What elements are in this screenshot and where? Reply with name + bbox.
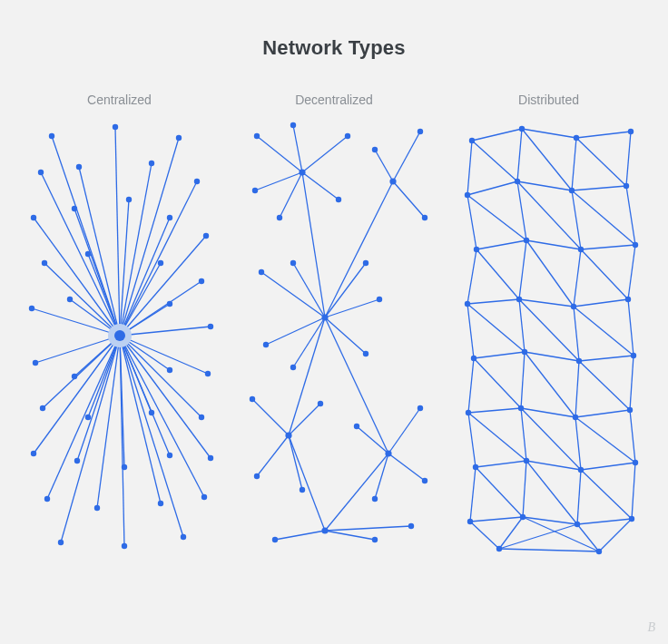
node <box>372 147 378 152</box>
edge <box>275 531 325 540</box>
edge <box>470 467 476 522</box>
node <box>473 247 478 252</box>
label-decentralized: Decentralized <box>239 93 429 107</box>
node <box>575 358 581 364</box>
node <box>372 537 378 542</box>
node <box>577 467 583 473</box>
edge <box>34 218 120 336</box>
node <box>418 405 423 411</box>
edge <box>388 454 425 481</box>
edge <box>468 408 521 413</box>
node <box>93 505 99 511</box>
node <box>263 342 269 347</box>
edge <box>574 307 579 361</box>
node <box>71 374 76 379</box>
edge <box>325 454 388 531</box>
edge <box>325 263 366 317</box>
edge <box>357 426 388 454</box>
edge <box>261 272 325 317</box>
edge <box>325 317 388 454</box>
node <box>568 188 574 193</box>
edge <box>526 461 577 524</box>
node <box>519 514 525 520</box>
edge <box>521 408 581 470</box>
node <box>408 523 414 529</box>
node <box>572 415 577 420</box>
edge <box>32 308 120 336</box>
edge <box>468 413 526 461</box>
edge <box>44 263 120 336</box>
edge <box>289 435 325 531</box>
edge <box>519 299 525 352</box>
edge <box>325 531 375 540</box>
node <box>626 407 632 413</box>
edge <box>575 410 630 417</box>
edge <box>257 136 302 172</box>
edge <box>467 304 474 358</box>
node <box>624 297 630 302</box>
node <box>521 349 526 355</box>
edge <box>525 352 575 417</box>
node <box>354 424 359 429</box>
edge <box>522 129 572 190</box>
edge <box>519 240 526 299</box>
edge <box>120 200 129 336</box>
edge <box>517 181 572 190</box>
node <box>299 169 305 175</box>
edge <box>581 470 632 519</box>
node <box>148 161 153 166</box>
edge <box>626 186 635 245</box>
edge <box>474 358 521 408</box>
node <box>157 501 162 506</box>
label-centralized: Centralized <box>25 93 215 107</box>
node <box>523 238 528 243</box>
edge <box>120 236 206 336</box>
edge <box>61 336 120 542</box>
node <box>321 314 328 320</box>
edge <box>632 463 635 519</box>
edge <box>579 356 634 361</box>
edge <box>579 361 630 410</box>
node <box>363 260 368 266</box>
edge <box>375 150 393 181</box>
edge <box>120 336 201 417</box>
node <box>574 522 579 527</box>
edge <box>120 327 211 336</box>
node <box>166 215 172 220</box>
node <box>385 450 391 456</box>
edge <box>467 304 525 352</box>
edge <box>474 352 525 358</box>
edge <box>302 172 339 200</box>
node <box>204 371 210 376</box>
edge <box>468 358 474 413</box>
edge <box>499 517 523 549</box>
edge <box>43 336 120 408</box>
node <box>336 197 341 202</box>
node <box>75 164 81 170</box>
graph-decentralized <box>239 118 429 562</box>
edge <box>574 307 634 356</box>
edge <box>522 129 576 138</box>
node <box>345 133 350 139</box>
column-centralized: Centralized <box>25 93 215 562</box>
edge <box>472 141 517 181</box>
edge <box>576 138 626 186</box>
node <box>514 179 519 184</box>
edge <box>120 336 183 537</box>
edge <box>388 408 420 454</box>
node <box>472 464 477 470</box>
node <box>389 178 396 184</box>
node <box>254 133 260 139</box>
edge <box>252 399 289 435</box>
watermark: B <box>647 620 655 635</box>
edge <box>577 470 581 524</box>
edge <box>581 245 635 249</box>
node <box>277 215 282 220</box>
edge <box>523 461 526 517</box>
edge <box>472 129 522 141</box>
edge <box>467 141 472 195</box>
edge <box>519 299 574 307</box>
edge <box>476 240 526 249</box>
node <box>166 301 172 307</box>
node <box>523 458 528 463</box>
